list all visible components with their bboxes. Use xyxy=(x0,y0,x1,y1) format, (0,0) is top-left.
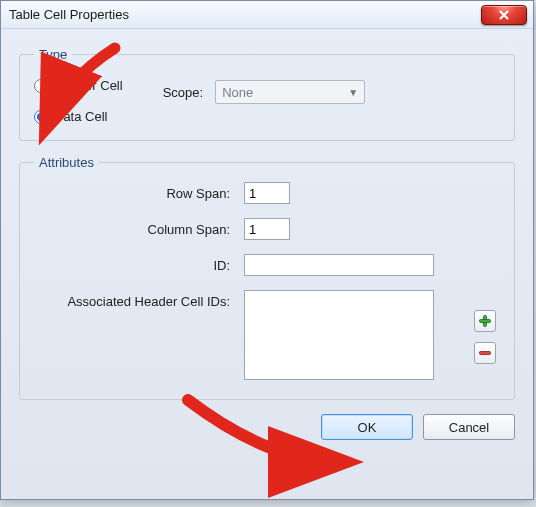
dialog-content: Type Header Cell Data Cell Scope: None xyxy=(1,29,533,454)
scope-dropdown[interactable]: None ▼ xyxy=(215,80,365,104)
type-legend: Type xyxy=(34,47,72,62)
header-cell-radio[interactable]: Header Cell xyxy=(34,78,123,93)
chevron-down-icon: ▼ xyxy=(348,87,358,98)
id-label: ID: xyxy=(34,258,244,273)
data-cell-radio-label: Data Cell xyxy=(54,109,107,124)
header-cell-radio-label: Header Cell xyxy=(54,78,123,93)
cancel-button[interactable]: Cancel xyxy=(423,414,515,440)
attributes-legend: Attributes xyxy=(34,155,99,170)
type-group: Type Header Cell Data Cell Scope: None xyxy=(19,47,515,141)
data-cell-radio[interactable]: Data Cell xyxy=(34,109,123,124)
minus-icon xyxy=(478,346,492,360)
window-title: Table Cell Properties xyxy=(9,7,129,22)
dialog-footer: OK Cancel xyxy=(19,414,515,440)
column-span-label: Column Span: xyxy=(34,222,244,237)
svg-rect-1 xyxy=(480,319,491,322)
close-button[interactable] xyxy=(481,5,527,25)
header-cell-radio-input[interactable] xyxy=(34,79,48,93)
add-header-id-button[interactable] xyxy=(474,310,496,332)
id-input[interactable] xyxy=(244,254,434,276)
data-cell-radio-input[interactable] xyxy=(34,110,48,124)
assoc-header-textarea[interactable] xyxy=(244,290,434,380)
ok-button[interactable]: OK xyxy=(321,414,413,440)
assoc-header-label: Associated Header Cell IDs: xyxy=(34,290,244,309)
remove-header-id-button[interactable] xyxy=(474,342,496,364)
scope-label: Scope: xyxy=(163,85,203,100)
dialog-window: Table Cell Properties Type Header Cell D… xyxy=(0,0,534,500)
titlebar: Table Cell Properties xyxy=(1,1,533,29)
attributes-group: Attributes Row Span: Column Span: ID: As… xyxy=(19,155,515,400)
scope-dropdown-value: None xyxy=(222,85,253,100)
svg-rect-2 xyxy=(480,351,491,354)
row-span-input[interactable] xyxy=(244,182,290,204)
plus-icon xyxy=(478,314,492,328)
column-span-input[interactable] xyxy=(244,218,290,240)
close-icon xyxy=(498,9,510,21)
row-span-label: Row Span: xyxy=(34,186,244,201)
